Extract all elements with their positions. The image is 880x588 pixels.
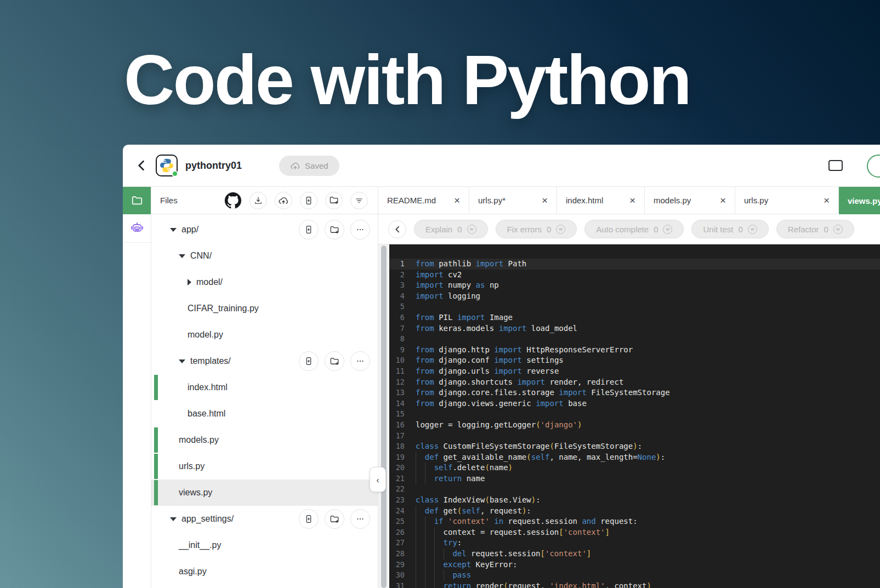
- action-label: Auto complete: [596, 225, 649, 234]
- git-modified-bar: [154, 375, 158, 400]
- new-file-button[interactable]: [300, 192, 317, 209]
- tree-item-label: CNN/: [190, 251, 212, 261]
- tab-index-html[interactable]: index.html×: [557, 187, 645, 214]
- credit-coin-icon: w: [467, 225, 476, 234]
- chevron-down-icon[interactable]: [179, 359, 185, 363]
- line-number: 14: [389, 398, 405, 409]
- cloud-upload-button[interactable]: [275, 192, 292, 209]
- close-tab-icon[interactable]: ×: [714, 195, 726, 205]
- token-text: numpy: [444, 281, 476, 289]
- more-icon: [355, 225, 365, 235]
- tree-item-cnn[interactable]: CNN/: [151, 243, 378, 269]
- fix-errors-button[interactable]: Fix errors0w: [496, 220, 577, 238]
- line-number: 4: [389, 291, 405, 302]
- tree-item-app-settings[interactable]: app_settings/: [151, 506, 378, 532]
- close-tab-icon[interactable]: ×: [624, 195, 635, 205]
- token-string: 'context': [564, 528, 605, 536]
- token-text: :: [457, 538, 462, 547]
- toolbar-collapse-button[interactable]: [388, 220, 406, 238]
- tab-views-py[interactable]: views.py×: [839, 187, 880, 214]
- action-count: 0: [457, 225, 462, 234]
- download-button[interactable]: [249, 192, 267, 209]
- tab-urls-py[interactable]: urls.py*×: [469, 187, 557, 214]
- unit-test-button[interactable]: Unit test0w: [691, 220, 768, 238]
- chevron-left-icon: [137, 160, 145, 171]
- tree-item-label: app/: [181, 225, 198, 235]
- editor-area: ‹ 1from pathlib import Path2import cv23i…: [378, 244, 880, 588]
- tree-item-index-html[interactable]: index.html: [151, 374, 378, 401]
- code-line-content: from keras.models import load_model: [416, 323, 577, 334]
- tree-item-label: index.html: [188, 383, 228, 392]
- token-text: get_available_name: [439, 453, 526, 461]
- indent-guide: [425, 527, 434, 538]
- tab-readme-md[interactable]: README.md×: [378, 187, 469, 214]
- token-text: PIL: [434, 313, 457, 322]
- new-folder-icon: [330, 356, 340, 367]
- project-logo[interactable]: [156, 155, 178, 176]
- tree-item-app[interactable]: app/: [151, 216, 378, 243]
- close-tab-icon[interactable]: ×: [536, 195, 548, 205]
- tree-item-models-py[interactable]: models.py: [151, 427, 378, 453]
- indent-guide: [425, 538, 434, 549]
- code-line-content: if 'context' in request.session and requ…: [416, 516, 638, 527]
- chevron-down-icon[interactable]: [170, 517, 177, 521]
- tree-item-model[interactable]: model/: [151, 269, 378, 295]
- more-options-button[interactable]: [350, 220, 370, 239]
- token-keyword: return: [434, 474, 462, 483]
- token-text: keras.models: [434, 324, 499, 333]
- auto-complete-button[interactable]: Auto complete0w: [584, 220, 684, 238]
- tree-item-asgi-py[interactable]: asgi.py: [151, 558, 378, 585]
- chevron-right-icon[interactable]: [188, 279, 191, 286]
- git-modified-bar: [154, 480, 158, 505]
- chevron-down-icon[interactable]: [179, 254, 185, 258]
- tree-item-init-py[interactable]: __init__.py: [151, 532, 378, 558]
- new-file-button[interactable]: [299, 220, 319, 239]
- new-folder-button[interactable]: [325, 509, 344, 529]
- profile-circle-button[interactable]: [867, 155, 880, 178]
- rail-files-button[interactable]: [123, 187, 151, 214]
- token-text: request.session: [467, 549, 541, 558]
- code-line: 2import cv2: [389, 270, 880, 281]
- tree-item-model-py[interactable]: model.py: [151, 322, 378, 348]
- panel-scrollbar[interactable]: [378, 244, 389, 588]
- tab-urls-py[interactable]: urls.py×: [735, 187, 839, 214]
- tree-item-urls-py[interactable]: urls.py: [151, 453, 378, 479]
- filter-button[interactable]: [350, 192, 368, 209]
- more-options-button[interactable]: [350, 509, 370, 529]
- close-tab-icon[interactable]: ×: [448, 195, 460, 205]
- refactor-button[interactable]: Refactor0w: [776, 220, 854, 238]
- tab-bar: README.md×urls.py*×index.html×models.py×…: [378, 187, 880, 214]
- explain-button[interactable]: Explain0w: [414, 220, 488, 238]
- credit-coin-icon: w: [748, 225, 757, 234]
- new-folder-button[interactable]: [325, 192, 343, 209]
- more-options-button[interactable]: [350, 351, 370, 371]
- new-folder-button[interactable]: [325, 351, 344, 371]
- scrollbar-thumb[interactable]: [381, 246, 387, 588]
- tree-item-label: templates/: [190, 356, 231, 366]
- indent-guide: [434, 581, 444, 588]
- code-editor[interactable]: 1from pathlib import Path2import cv23imp…: [389, 244, 880, 588]
- indent-guide: [416, 506, 425, 517]
- new-file-button[interactable]: [299, 509, 319, 529]
- github-button[interactable]: [224, 192, 242, 209]
- collapse-panel-handle[interactable]: ‹: [370, 467, 386, 492]
- token-keyword: if: [434, 517, 444, 526]
- chevron-down-icon[interactable]: [170, 228, 177, 232]
- rail-assistant-button[interactable]: [123, 214, 151, 243]
- new-folder-button[interactable]: [325, 220, 344, 239]
- tree-item-templates[interactable]: templates/: [151, 348, 378, 374]
- token-text: CustomFileSystemStorage: [439, 442, 549, 450]
- token-text: base: [564, 399, 587, 408]
- git-modified-bar: [154, 427, 158, 453]
- saved-button[interactable]: Saved: [279, 156, 339, 176]
- tab-models-py[interactable]: models.py×: [645, 187, 735, 214]
- tree-item-cifar-training-py[interactable]: CIFAR_training.py: [151, 295, 378, 322]
- back-button[interactable]: [135, 159, 147, 172]
- new-file-button[interactable]: [299, 351, 319, 371]
- new-file-icon: [304, 196, 314, 205]
- close-tab-icon[interactable]: ×: [818, 195, 830, 205]
- tab-label: views.py: [848, 196, 880, 205]
- tree-item-base-html[interactable]: base.html: [151, 401, 378, 427]
- tree-item-views-py[interactable]: views.py: [151, 479, 378, 506]
- maximize-button[interactable]: [828, 160, 843, 171]
